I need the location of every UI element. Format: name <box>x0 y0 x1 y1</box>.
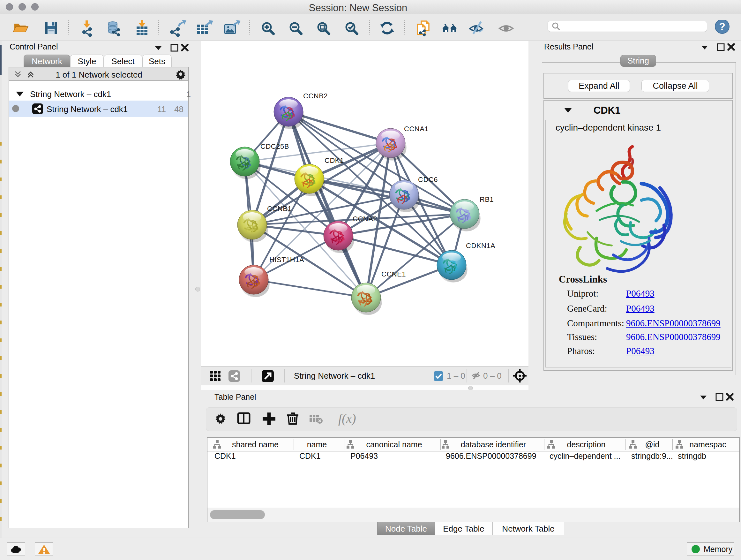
svg-text:CCNA2: CCNA2 <box>353 215 377 223</box>
svg-text:String Network – cdk1: String Network – cdk1 <box>294 371 375 381</box>
svg-text:name: name <box>307 440 327 449</box>
svg-text:f(x): f(x) <box>338 411 356 426</box>
svg-text:CDC25B: CDC25B <box>260 142 289 150</box>
svg-text:CCNA1: CCNA1 <box>404 125 428 133</box>
svg-text:CDC6: CDC6 <box>418 176 438 184</box>
svg-text:0 – 0: 0 – 0 <box>483 371 502 381</box>
svg-text:@id: @id <box>645 440 660 449</box>
svg-text:1 – 0: 1 – 0 <box>447 371 465 381</box>
svg-text:CDK1: CDK1 <box>325 157 344 165</box>
svg-text:RB1: RB1 <box>480 195 494 203</box>
svg-text:canonical name: canonical name <box>366 440 422 449</box>
svg-text:CCNB1: CCNB1 <box>267 205 292 212</box>
svg-text:CCNE1: CCNE1 <box>381 270 406 278</box>
svg-text:CCNB2: CCNB2 <box>303 92 328 100</box>
svg-text:HIST1H1A: HIST1H1A <box>269 256 304 264</box>
svg-text:shared name: shared name <box>232 440 279 449</box>
svg-text:database identifier: database identifier <box>461 440 526 449</box>
svg-text:description: description <box>567 440 606 449</box>
svg-text:namespac: namespac <box>689 440 726 449</box>
svg-text:CDKN1A: CDKN1A <box>466 242 495 250</box>
svg-text:?: ? <box>719 21 725 32</box>
